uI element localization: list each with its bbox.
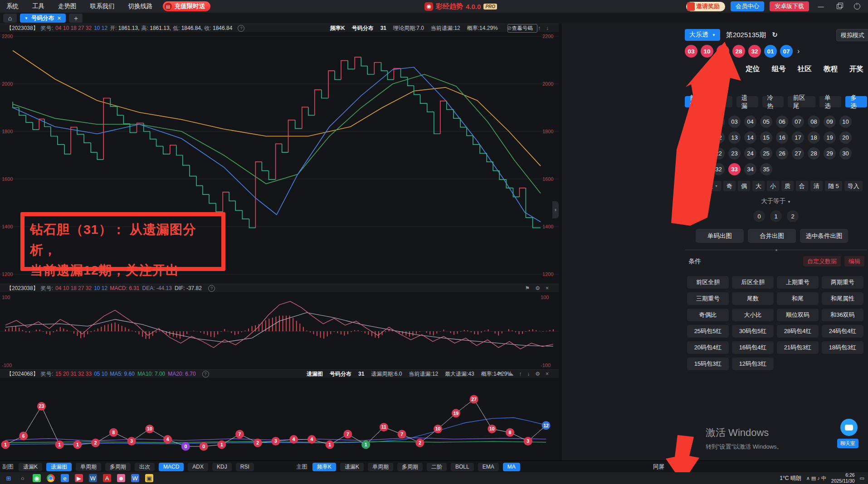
condition-16码包4红[interactable]: 16码包4红	[732, 341, 774, 354]
zone-tab-冷热[interactable]: 冷热	[762, 96, 784, 107]
number-cell-20[interactable]: 20	[839, 131, 852, 144]
number-cell-3[interactable]: 03	[728, 116, 741, 128]
media-icon[interactable]: ▶	[75, 474, 83, 482]
attr-大[interactable]: 大	[752, 181, 765, 191]
condition-25码包5红[interactable]: 25码包5红	[687, 325, 729, 338]
subtab-遗漏K[interactable]: 遗漏K	[19, 463, 42, 471]
number-cell-32[interactable]: 32	[712, 163, 725, 175]
sidebar-nav-教程[interactable]: 教程	[824, 64, 838, 74]
number-cell-19[interactable]: 19	[824, 131, 836, 144]
condition-15码包3红[interactable]: 15码包3红	[687, 358, 729, 370]
number-cell-6[interactable]: 06	[776, 116, 788, 128]
minimize-button[interactable]: —	[814, 1, 827, 12]
macd-chart[interactable]: 100100-100-100	[0, 294, 559, 369]
number-cell-12[interactable]: 12	[712, 131, 725, 144]
close-icon[interactable]: ×	[546, 285, 549, 291]
condition-上期重号[interactable]: 上期重号	[777, 276, 819, 289]
tab-number-distribution[interactable]: ▼ 号码分布 ✕	[20, 14, 66, 23]
start-button[interactable]: ⊞	[5, 474, 13, 482]
info-icon[interactable]	[202, 371, 209, 378]
mode-单选[interactable]: 单选	[819, 96, 841, 107]
zone-tab-后区[interactable]: 后区	[711, 96, 732, 107]
volume-icon[interactable]: ♪	[817, 475, 821, 481]
draw-icon[interactable]: ⊘	[507, 25, 512, 31]
notification-icon[interactable]: ▭	[860, 475, 864, 481]
info-icon[interactable]	[208, 285, 215, 292]
info-icon[interactable]	[238, 25, 244, 32]
chrome-icon[interactable]	[47, 474, 55, 482]
condition-三期重号[interactable]: 三期重号	[687, 292, 729, 305]
condition-30码包5红[interactable]: 30码包5红	[732, 325, 774, 338]
condition-顺位双码[interactable]: 顺位双码	[777, 309, 819, 321]
condition-20码包4红[interactable]: 20码包4红	[687, 341, 729, 354]
simulation-mode-button[interactable]: 模拟模式	[836, 29, 868, 41]
gear-icon[interactable]: ⚙	[535, 285, 540, 291]
display-icon[interactable]: ▤	[811, 475, 817, 481]
number-cell-30[interactable]: 30	[839, 147, 852, 160]
condition-12码包3红[interactable]: 12码包3红	[732, 358, 774, 370]
refresh-icon[interactable]: ↻	[772, 31, 778, 39]
contact-icon[interactable]: ☻	[117, 474, 125, 482]
number-cell-29[interactable]: 29	[824, 147, 836, 160]
recharge-promo-badge[interactable]: ▤ 充值限时送	[163, 1, 211, 11]
condition-18码包3红[interactable]: 18码包3红	[822, 341, 863, 354]
member-center-button[interactable]: 会员中心	[731, 1, 764, 11]
action-合并出图[interactable]: 合并出图	[748, 229, 796, 243]
number-cell-10[interactable]: 10	[839, 116, 852, 128]
zone-tab-前区尾[interactable]: 前区尾	[788, 96, 815, 107]
expand-balls-icon[interactable]: ›	[797, 47, 800, 55]
attribute-dropdown[interactable]: 属性▼	[698, 181, 721, 191]
number-cell-9[interactable]: 09	[824, 116, 836, 128]
digit-2[interactable]: 2	[787, 210, 799, 222]
action-单码出图[interactable]: 单码出图	[696, 229, 744, 243]
hidden-icons-caret[interactable]: ∧	[806, 475, 811, 481]
attr-导入[interactable]: 导入	[844, 181, 863, 191]
action-选中条件出图[interactable]: 选中条件出图	[800, 229, 848, 243]
condition-28码包4红[interactable]: 28码包4红	[777, 325, 819, 338]
sidebar-nav-走势图[interactable]: 走势图	[713, 64, 734, 74]
condition-奇偶比[interactable]: 奇偶比	[687, 309, 729, 321]
condition-24码包4红[interactable]: 24码包4红	[822, 325, 863, 338]
pan-down-icon[interactable]: ↓	[546, 25, 549, 31]
gte-dropdown[interactable]: 大于等于 ▼	[685, 197, 867, 205]
maintab-BOLL[interactable]: BOLL	[451, 463, 474, 471]
tab-close-icon[interactable]: ✕	[57, 15, 61, 21]
ime-chinese[interactable]: 中	[821, 475, 826, 481]
maintab-多周期[interactable]: 多周期	[397, 463, 423, 471]
attr-随 5[interactable]: 随 5	[825, 181, 842, 191]
divider[interactable]	[685, 250, 867, 250]
number-cell-1[interactable]: 01	[697, 116, 709, 128]
pdf-icon[interactable]: A	[103, 474, 111, 482]
sidebar-nav-定位[interactable]: 定位	[746, 64, 760, 74]
maintab-二阶[interactable]: 二阶	[427, 463, 447, 471]
condition-和尾[interactable]: 和尾	[777, 292, 819, 305]
same-screen-label[interactable]: 同屏	[653, 461, 664, 473]
subtab-ADX[interactable]: ADX	[188, 463, 208, 471]
number-cell-31[interactable]: 31	[697, 163, 709, 175]
sidebar-nav-社区[interactable]: 社区	[798, 64, 812, 74]
maintab-单周期[interactable]: 单周期	[368, 463, 393, 471]
menu-item-系统[interactable]: 系统	[6, 2, 19, 10]
chatroom-button[interactable]: 聊天室	[837, 439, 858, 448]
home-button[interactable]: ⌂	[3, 14, 17, 23]
number-cell-26[interactable]: 26	[776, 147, 788, 160]
condition-大小比[interactable]: 大小比	[732, 309, 774, 321]
subtab-多周期[interactable]: 多周期	[105, 463, 131, 471]
pan-up-icon[interactable]: ↑	[538, 25, 541, 31]
chat-icon[interactable]	[840, 419, 858, 436]
mode-多选[interactable]: 多选	[845, 96, 867, 107]
number-cell-17[interactable]: 17	[792, 131, 804, 144]
subtab-KDJ[interactable]: KDJ	[212, 463, 232, 471]
subtab-遗漏图[interactable]: 遗漏图	[46, 463, 72, 471]
number-cell-8[interactable]: 08	[808, 116, 820, 128]
miss-chart[interactable]: 162311283104001723441711172101927108312	[0, 379, 559, 460]
menu-item-工具[interactable]: 工具	[32, 2, 44, 10]
condition-两期重号[interactable]: 两期重号	[822, 276, 863, 289]
menu-item-切换线路[interactable]: 切换线路	[128, 2, 153, 10]
zoom-in-icon[interactable]: ⊕	[528, 25, 532, 31]
android-download-button[interactable]: 安卓版下载	[770, 1, 809, 11]
attr-小[interactable]: 小	[767, 181, 779, 191]
number-cell-15[interactable]: 15	[760, 131, 772, 144]
attr-清[interactable]: 清	[810, 181, 823, 191]
subtab-RSI[interactable]: RSI	[236, 463, 254, 471]
